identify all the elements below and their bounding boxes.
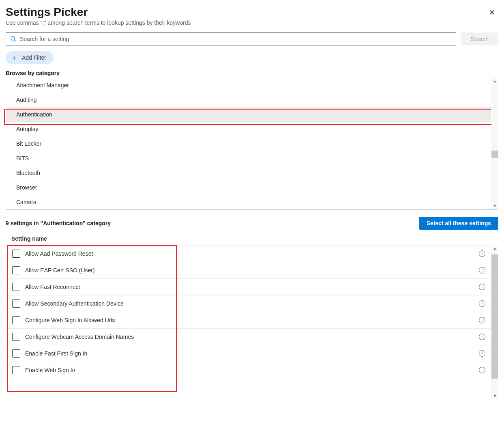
settings-scrollbar[interactable]: ▲ ▼ — [491, 245, 498, 399]
setting-checkbox[interactable] — [12, 266, 20, 274]
setting-checkbox[interactable] — [12, 316, 20, 324]
search-button[interactable]: Search — [461, 32, 498, 45]
select-all-button[interactable]: Select all these settings — [419, 217, 498, 230]
category-scrollbar[interactable]: ▲ ▼ — [491, 78, 498, 209]
setting-row: Enable Web Sign Ini — [6, 362, 491, 378]
search-box[interactable] — [6, 32, 456, 45]
scroll-thumb[interactable] — [491, 151, 498, 158]
results-count: 9 settings in "Authentication" category — [6, 220, 111, 226]
scroll-down-icon[interactable]: ▼ — [491, 393, 498, 399]
scroll-thumb[interactable] — [491, 254, 498, 379]
info-icon[interactable]: i — [479, 367, 485, 373]
info-icon[interactable]: i — [479, 350, 485, 357]
setting-row: Configure Webcam Access Domain Namesi — [6, 328, 491, 345]
setting-checkbox[interactable] — [12, 333, 20, 341]
add-filter-label: Add Filter — [22, 54, 46, 61]
setting-name: Configure Webcam Access Domain Names — [25, 334, 474, 340]
category-item[interactable]: Auditing — [6, 93, 491, 107]
setting-checkbox[interactable] — [12, 349, 20, 358]
info-icon[interactable]: i — [479, 334, 485, 340]
category-item[interactable]: Attachment Manager — [6, 78, 491, 93]
dialog-title: Settings Picker — [6, 6, 191, 19]
svg-point-0 — [11, 37, 15, 40]
search-input[interactable] — [17, 36, 452, 42]
setting-row: Allow EAP Cert SSO (User)i — [6, 262, 491, 278]
close-icon[interactable]: ✕ — [486, 7, 498, 18]
info-icon[interactable]: i — [479, 250, 485, 257]
setting-name: Enable Web Sign In — [25, 367, 474, 373]
setting-name: Allow EAP Cert SSO (User) — [25, 267, 474, 274]
category-item[interactable]: Authentication — [6, 107, 491, 122]
info-icon[interactable]: i — [479, 300, 485, 307]
setting-row: Configure Web Sign In Allowed Urlsi — [6, 312, 491, 328]
setting-name: Enable Fast First Sign In — [25, 350, 474, 357]
setting-name: Configure Web Sign In Allowed Urls — [25, 317, 474, 323]
category-item[interactable]: BITS — [6, 151, 491, 166]
setting-row: Allow Secondary Authentication Devicei — [6, 295, 491, 312]
category-item[interactable]: Bit Locker — [6, 136, 491, 151]
setting-checkbox[interactable] — [12, 366, 20, 374]
dialog-subtitle: Use commas "," among search terms to loo… — [6, 19, 191, 26]
scroll-down-icon[interactable]: ▼ — [491, 203, 498, 209]
category-item[interactable]: Bluetooth — [6, 166, 491, 180]
setting-name: Allow Aad Password Reset — [25, 250, 474, 257]
setting-row: Allow Fast Reconnecti — [6, 278, 491, 295]
search-icon — [10, 36, 17, 42]
setting-name: Allow Fast Reconnect — [25, 284, 474, 290]
browse-heading: Browse by category — [6, 70, 498, 76]
info-icon[interactable]: i — [479, 317, 485, 323]
category-list: Attachment ManagerAuditingAuthentication… — [6, 78, 498, 209]
setting-checkbox[interactable] — [12, 283, 20, 291]
info-icon[interactable]: i — [479, 284, 485, 290]
scroll-up-icon[interactable]: ▲ — [491, 78, 498, 84]
setting-row: Allow Aad Password Reseti — [6, 245, 491, 262]
scroll-up-icon[interactable]: ▲ — [491, 245, 498, 252]
category-item[interactable]: Browser — [6, 180, 491, 195]
svg-line-1 — [14, 40, 16, 41]
add-filter-button[interactable]: ＋ Add Filter — [6, 51, 54, 64]
setting-row: Enable Fast First Sign Ini — [6, 345, 491, 362]
setting-checkbox[interactable] — [12, 250, 20, 258]
category-item[interactable]: Autoplay — [6, 122, 491, 136]
plus-icon: ＋ — [11, 54, 18, 61]
settings-list: Allow Aad Password ResetiAllow EAP Cert … — [6, 245, 498, 399]
info-icon[interactable]: i — [479, 267, 485, 274]
category-item[interactable]: Camera — [6, 195, 491, 209]
column-header-setting-name: Setting name — [6, 235, 498, 245]
setting-name: Allow Secondary Authentication Device — [25, 300, 474, 307]
setting-checkbox[interactable] — [12, 299, 20, 308]
